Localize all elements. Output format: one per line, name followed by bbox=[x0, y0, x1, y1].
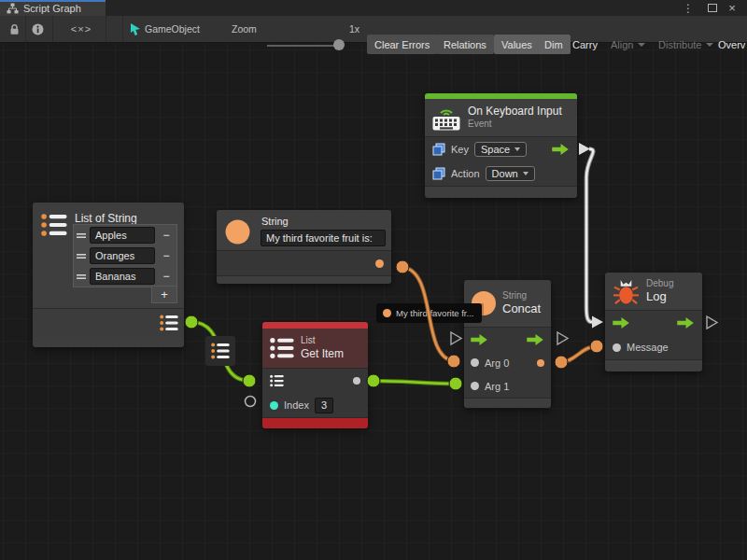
item-output-port[interactable] bbox=[353, 377, 360, 385]
code-view-icon[interactable]: <×> bbox=[67, 16, 95, 42]
list-type-icon bbox=[211, 343, 230, 359]
result-output-port[interactable] bbox=[537, 359, 544, 367]
chevron-down-icon bbox=[638, 43, 645, 47]
node-title: List of String bbox=[75, 212, 137, 225]
node-subtitle: Event bbox=[468, 119, 562, 131]
node-on-keyboard-input[interactable]: On Keyboard Input Event Key Space Action… bbox=[425, 93, 577, 198]
list-color-bar bbox=[262, 322, 368, 329]
exec-output-port[interactable] bbox=[527, 334, 544, 345]
graph-icon bbox=[7, 3, 19, 14]
add-item-button[interactable]: + bbox=[151, 286, 177, 303]
arg0-label: Arg 0 bbox=[485, 357, 509, 369]
gameobject-cursor-icon bbox=[129, 16, 142, 42]
list-icon bbox=[41, 213, 67, 237]
info-icon[interactable] bbox=[29, 16, 46, 42]
clear-errors-button[interactable]: Clear Errors bbox=[367, 35, 437, 54]
chevron-down-icon bbox=[523, 172, 529, 175]
node-get-item[interactable]: List Get Item Index 3 bbox=[262, 322, 368, 428]
window-close-icon[interactable]: × bbox=[725, 0, 740, 16]
list-input-port-icon[interactable] bbox=[270, 374, 284, 387]
remove-item-button[interactable]: − bbox=[159, 248, 174, 263]
string-type-icon bbox=[383, 309, 391, 317]
drag-handle-icon[interactable] bbox=[77, 232, 86, 239]
node-subtitle: List bbox=[301, 335, 344, 347]
node-log[interactable]: Debug Log Message bbox=[605, 273, 702, 371]
value-tooltip: My third favorite fr... bbox=[376, 303, 482, 323]
arg1-input-port[interactable] bbox=[471, 382, 479, 390]
drag-handle-icon[interactable] bbox=[77, 273, 86, 280]
string-output-port[interactable] bbox=[375, 259, 384, 268]
values-toggle[interactable]: Values bbox=[494, 35, 540, 54]
node-subtitle: String bbox=[502, 290, 541, 302]
action-dropdown[interactable]: Down bbox=[486, 166, 535, 181]
lock-icon[interactable] bbox=[6, 16, 22, 42]
node-title: Get Item bbox=[301, 347, 344, 361]
list-item-row: Oranges − bbox=[74, 245, 176, 266]
list-editor: Apples − Oranges − Bananas − bbox=[73, 224, 177, 287]
index-value-input[interactable]: 3 bbox=[315, 398, 333, 413]
tooltip-text: My third favorite fr... bbox=[396, 308, 473, 318]
exec-output-port[interactable] bbox=[552, 144, 570, 155]
gameobject-label[interactable]: GameObject bbox=[145, 16, 200, 42]
string-value-input[interactable]: My third favorite fruit is: bbox=[261, 230, 386, 246]
remove-item-button[interactable]: − bbox=[159, 228, 174, 243]
exec-input-port[interactable] bbox=[613, 317, 630, 329]
carry-button[interactable]: Carry bbox=[565, 35, 605, 54]
node-subtitle: Debug bbox=[646, 278, 673, 290]
window-maximize-icon[interactable] bbox=[705, 0, 720, 16]
bug-icon bbox=[613, 278, 640, 305]
align-dropdown[interactable]: Align bbox=[603, 35, 653, 54]
arg1-label: Arg 1 bbox=[485, 381, 509, 392]
exec-output-port[interactable] bbox=[677, 317, 695, 329]
zoom-slider-handle[interactable] bbox=[333, 39, 345, 50]
key-port-label: Key bbox=[451, 144, 469, 155]
zoom-slider-track[interactable] bbox=[267, 45, 344, 47]
zoom-value: 1x bbox=[349, 16, 359, 42]
tab-script-graph[interactable]: Script Graph bbox=[0, 0, 106, 16]
drag-handle-icon[interactable] bbox=[77, 253, 86, 259]
message-input-port[interactable] bbox=[613, 343, 621, 352]
chevron-down-icon bbox=[514, 147, 520, 151]
action-port-label: Action bbox=[451, 168, 480, 179]
action-icon bbox=[432, 167, 445, 180]
window-menu-icon[interactable]: ⋮ bbox=[682, 0, 695, 16]
keycode-icon bbox=[432, 143, 445, 156]
list-item-input[interactable]: Apples bbox=[90, 227, 155, 244]
graph-toolbar: <×> GameObject Zoom 1x Clear Errors Rela… bbox=[0, 16, 747, 43]
keyboard-icon bbox=[432, 105, 460, 131]
message-label: Message bbox=[627, 342, 669, 353]
string-icon bbox=[225, 219, 250, 245]
zoom-label: Zoom bbox=[232, 16, 257, 42]
node-title: Log bbox=[646, 289, 673, 304]
arg0-input-port[interactable] bbox=[471, 358, 479, 367]
node-concat[interactable]: String Concat Arg 0 Arg 1 bbox=[464, 280, 551, 408]
list-item-row: Bananas − bbox=[74, 266, 176, 287]
list-item-row: Apples − bbox=[74, 225, 176, 245]
list-item-input[interactable]: Bananas bbox=[90, 268, 155, 285]
list-item-input[interactable]: Oranges bbox=[90, 247, 155, 264]
overview-button[interactable]: Overv bbox=[711, 35, 747, 54]
tab-title: Script Graph bbox=[23, 3, 81, 14]
exec-input-port[interactable] bbox=[471, 334, 488, 345]
list-output-port-icon[interactable] bbox=[160, 315, 178, 331]
list-output-row bbox=[33, 308, 184, 337]
node-title: On Keyboard Input bbox=[468, 105, 562, 119]
wire-type-badge bbox=[205, 336, 235, 366]
node-title: String bbox=[261, 216, 289, 227]
key-dropdown[interactable]: Space bbox=[474, 142, 527, 157]
index-input-port[interactable] bbox=[270, 401, 278, 410]
list-icon bbox=[270, 337, 294, 359]
remove-item-button[interactable]: − bbox=[159, 269, 174, 284]
index-label: Index bbox=[284, 399, 309, 411]
relations-button[interactable]: Relations bbox=[436, 35, 494, 54]
node-list-of-string[interactable]: List of String Apples − Oranges − Banana… bbox=[33, 203, 184, 347]
node-string-literal[interactable]: String My third favorite fruit is: bbox=[217, 210, 391, 284]
title-bar: Script Graph ⋮ × bbox=[0, 0, 747, 16]
node-title: Concat bbox=[502, 301, 541, 316]
